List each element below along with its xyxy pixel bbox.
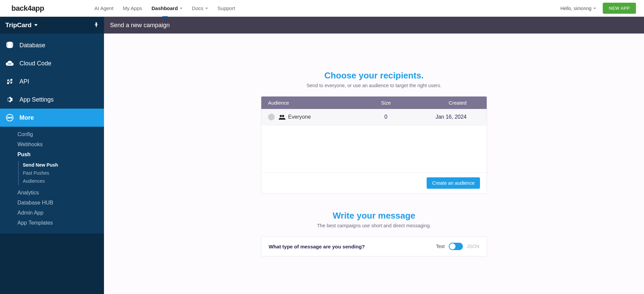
nav-docs-label: Docs xyxy=(192,5,203,11)
sidebar-item-label: App Settings xyxy=(19,96,54,103)
subnav-audiences[interactable]: Audiences xyxy=(23,177,104,185)
message-card: What type of message are you sending? Te… xyxy=(261,236,487,256)
audience-table-header: Audience Size Created xyxy=(261,97,487,109)
svg-rect-9 xyxy=(9,80,11,82)
content: Choose your recipients. Send to everyone… xyxy=(104,34,644,294)
subnav-push[interactable]: Push xyxy=(17,150,104,160)
audience-size: 0 xyxy=(367,114,405,120)
sidebar-item-database[interactable]: Database xyxy=(0,36,104,54)
nav-my-apps[interactable]: My Apps xyxy=(123,5,142,11)
svg-point-4 xyxy=(7,44,13,46)
svg-point-1 xyxy=(96,22,97,24)
chevron-down-icon xyxy=(593,8,596,9)
audience-card: Audience Size Created Everyone 0 xyxy=(261,96,487,194)
sidebar-item-label: More xyxy=(19,114,34,121)
subnav-admin-app[interactable]: Admin App xyxy=(17,208,104,218)
page-title: Send a new campaign xyxy=(110,22,170,29)
svg-point-15 xyxy=(282,115,284,117)
svg-point-8 xyxy=(10,79,12,81)
sidebar-item-label: API xyxy=(19,78,29,85)
subnav-past-pushes[interactable]: Past Pushes xyxy=(23,169,104,177)
database-icon xyxy=(5,41,14,50)
svg-point-12 xyxy=(9,117,10,118)
top-bar: back4app AI Agent My Apps Dashboard Docs… xyxy=(0,0,644,17)
audience-row[interactable]: Everyone 0 Jan 16, 2024 xyxy=(261,109,487,125)
subnav-analytics[interactable]: Analytics xyxy=(17,188,104,198)
nav-support[interactable]: Support xyxy=(217,5,235,11)
message-type-toggle-group: Text JSON xyxy=(436,243,479,250)
svg-point-14 xyxy=(280,115,282,117)
create-audience-button[interactable]: Create an audience xyxy=(427,177,480,189)
audience-card-footer: Create an audience xyxy=(261,172,487,193)
recipients-step: Choose your recipients. Send to everyone… xyxy=(261,70,487,194)
push-submenu: Send New Push Past Pushes Audiences xyxy=(18,161,104,185)
chevron-down-icon xyxy=(34,24,38,26)
message-type-question: What type of message are you sending? xyxy=(269,244,436,249)
app-selector[interactable]: TripCard xyxy=(0,17,104,34)
sidebar-item-label: Cloud Code xyxy=(19,60,51,67)
pin-icon[interactable] xyxy=(94,22,99,28)
subnav-app-templates[interactable]: App Templates xyxy=(17,218,104,228)
svg-point-11 xyxy=(8,117,9,118)
recipients-title: Choose your recipients. xyxy=(261,70,487,81)
message-type-toggle[interactable] xyxy=(449,243,463,250)
audience-radio[interactable] xyxy=(268,114,275,120)
people-icon xyxy=(279,114,285,120)
gear-icon xyxy=(5,95,14,104)
audience-name: Everyone xyxy=(288,114,311,120)
api-icon xyxy=(5,77,14,86)
message-title: Write your message xyxy=(261,211,487,221)
subnav-send-new-push[interactable]: Send New Push xyxy=(23,161,104,169)
svg-point-13 xyxy=(11,117,12,118)
subnav-webhooks[interactable]: Webhooks xyxy=(17,139,104,150)
nav-dashboard[interactable]: Dashboard xyxy=(152,5,182,11)
sidebar-footer xyxy=(0,233,104,294)
table-empty-space xyxy=(261,125,487,172)
sidebar-item-api[interactable]: API xyxy=(0,72,104,91)
audience-created: Jan 16, 2024 xyxy=(405,114,480,120)
svg-text:</>: </> xyxy=(8,62,12,65)
user-greeting-label: Hello, simonng xyxy=(560,6,592,11)
sidebar-item-app-settings[interactable]: App Settings xyxy=(0,91,104,109)
sidebar: TripCard Database </> Cloud Code xyxy=(0,17,104,294)
page-titlebar: Send a new campaign xyxy=(104,17,644,34)
user-menu[interactable]: Hello, simonng xyxy=(560,6,596,11)
more-submenu: Config Webhooks Push Send New Push Past … xyxy=(0,127,104,231)
subnav-config[interactable]: Config xyxy=(17,129,104,139)
nav-dashboard-label: Dashboard xyxy=(152,5,178,11)
nav-ai-agent[interactable]: AI Agent xyxy=(95,5,114,11)
col-audience: Audience xyxy=(268,100,367,106)
recipients-subtitle: Send to everyone, or use an audience to … xyxy=(261,83,487,88)
subnav-database-hub[interactable]: Database HUB xyxy=(17,198,104,208)
toggle-label-text: Text xyxy=(436,244,445,249)
main-area: Send a new campaign Choose your recipien… xyxy=(104,17,644,294)
app-name-label: TripCard xyxy=(5,21,32,29)
more-icon xyxy=(5,113,14,122)
cloud-code-icon: </> xyxy=(5,59,14,68)
message-step: Write your message The best campaigns us… xyxy=(261,211,487,256)
new-app-button[interactable]: NEW APP xyxy=(603,3,636,14)
side-nav: Database </> Cloud Code API App Settings xyxy=(0,34,104,231)
svg-point-3 xyxy=(7,42,13,44)
col-size: Size xyxy=(367,100,405,106)
message-type-row: What type of message are you sending? Te… xyxy=(261,237,487,256)
sidebar-item-more[interactable]: More xyxy=(0,109,104,127)
top-nav: AI Agent My Apps Dashboard Docs Support xyxy=(95,5,235,11)
col-created: Created xyxy=(405,100,480,106)
svg-point-7 xyxy=(7,82,9,84)
svg-point-5 xyxy=(7,46,13,48)
chevron-down-icon xyxy=(205,8,208,9)
sidebar-item-cloud-code[interactable]: </> Cloud Code xyxy=(0,54,104,72)
logo: back4app xyxy=(11,4,44,13)
toggle-label-json: JSON xyxy=(467,244,479,249)
toggle-knob xyxy=(449,243,455,249)
sidebar-item-label: Database xyxy=(19,42,45,49)
chevron-down-icon xyxy=(180,8,182,9)
message-subtitle: The best campaigns use short and direct … xyxy=(261,223,487,228)
top-bar-right: Hello, simonng NEW APP xyxy=(560,3,636,14)
nav-docs[interactable]: Docs xyxy=(192,5,208,11)
